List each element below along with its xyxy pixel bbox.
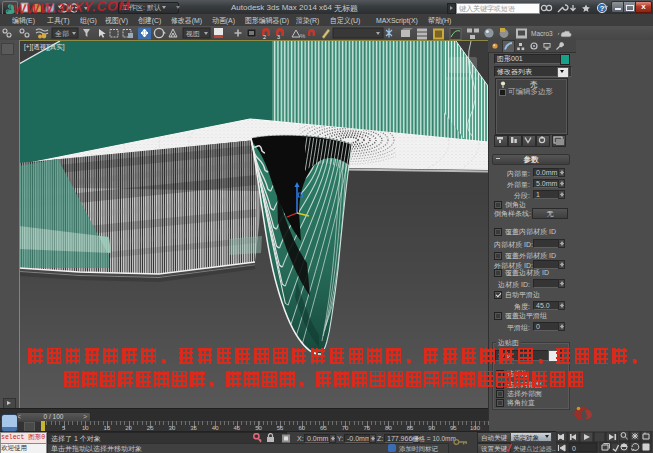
svg-text:0: 0 <box>572 445 576 452</box>
svg-text:全部: 全部 <box>55 30 69 38</box>
svg-text:Macro3: Macro3 <box>531 30 553 37</box>
svg-text:3: 3 <box>277 34 280 40</box>
svg-text:%: % <box>300 33 306 39</box>
svg-text:视图: 视图 <box>186 30 200 38</box>
svg-text:2: 2 <box>263 34 266 40</box>
